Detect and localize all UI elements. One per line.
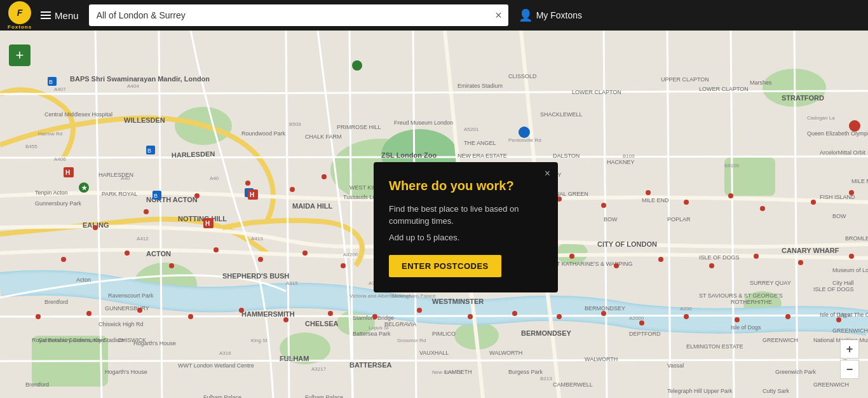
modal-close-button[interactable]: ×: [545, 168, 550, 179]
logo-letter: F: [17, 8, 23, 18]
modal-overlay: × Where do you work? Find the best place…: [0, 31, 868, 398]
search-bar: ×: [89, 4, 508, 26]
foxtons-logo[interactable]: F: [8, 1, 31, 24]
logo-area[interactable]: F Foxtons: [8, 1, 32, 30]
enter-postcodes-button[interactable]: ENTER POSTCODES: [389, 255, 501, 277]
menu-button[interactable]: Menu: [41, 10, 79, 21]
modal-sub-text: Add up to 5 places.: [389, 233, 543, 242]
search-clear-button[interactable]: ×: [495, 10, 502, 21]
close-icon: ×: [545, 168, 550, 179]
logo-subtext: Foxtons: [8, 24, 32, 30]
modal-description: Find the best place to live based on com…: [389, 203, 543, 228]
menu-label: Menu: [55, 10, 79, 21]
hamburger-icon: [41, 11, 51, 19]
map-container[interactable]: HARLESDEN NORTH ACTON EALING Acton ACTON…: [0, 31, 868, 398]
user-icon: 👤: [519, 8, 532, 22]
search-input[interactable]: [89, 4, 508, 26]
my-foxtons-label: My Foxtons: [536, 10, 582, 20]
work-modal: × Where do you work? Find the best place…: [374, 162, 558, 292]
clear-icon: ×: [495, 9, 502, 22]
my-foxtons-button[interactable]: 👤 My Foxtons: [519, 8, 582, 22]
header: F Foxtons Menu × 👤 My Foxtons: [0, 0, 868, 31]
enter-postcodes-label: ENTER POSTCODES: [402, 261, 489, 271]
modal-title: Where do you work?: [389, 177, 543, 194]
